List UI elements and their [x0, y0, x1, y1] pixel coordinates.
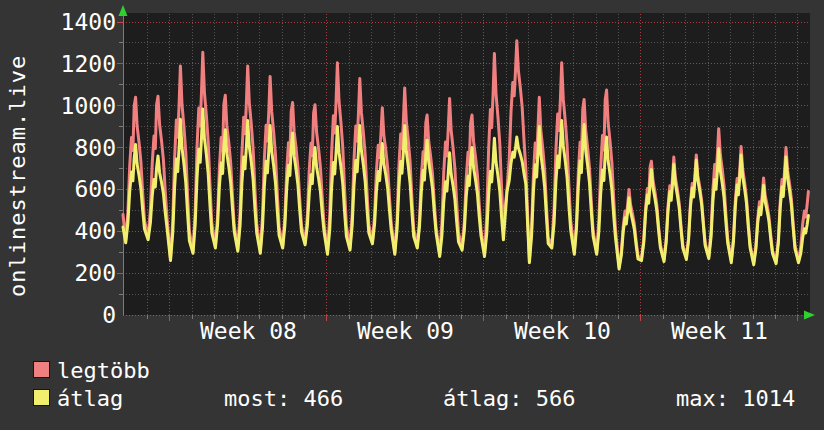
y-axis-tick-label: 400: [36, 219, 116, 243]
legend-label-legtobb: legtöbb: [57, 360, 150, 382]
y-axis-tick-label: 800: [36, 136, 116, 160]
y-axis-tick-label: 1000: [36, 94, 116, 118]
x-axis-week-label: Week 09: [315, 319, 495, 343]
legend-swatch-legtobb: [33, 361, 50, 378]
y-axis-tick-label: 600: [36, 177, 116, 201]
legend-label-atlag: átlag: [57, 388, 123, 410]
y-axis-tick-label: 0: [36, 303, 116, 327]
stat-atlag: átlag: 566: [443, 388, 575, 410]
x-axis-week-label: Week 11: [629, 319, 809, 343]
y-axis-arrow-icon: [119, 5, 128, 16]
y-axis-tick-label: 1200: [36, 52, 116, 76]
vertical-watermark-title: onlinestream.live: [2, 48, 32, 304]
y-axis-tick-label: 200: [36, 261, 116, 285]
x-axis-week-label: Week 08: [158, 319, 338, 343]
rrd-graph-panel: onlinestream.live 0200400600800100012001…: [0, 0, 824, 430]
legend-swatch-atlag: [33, 389, 50, 406]
stat-most: most: 466: [224, 388, 343, 410]
stat-max: max: 1014: [676, 388, 795, 410]
y-axis-tick-label: 1400: [36, 10, 116, 34]
x-axis-week-label: Week 10: [472, 319, 652, 343]
